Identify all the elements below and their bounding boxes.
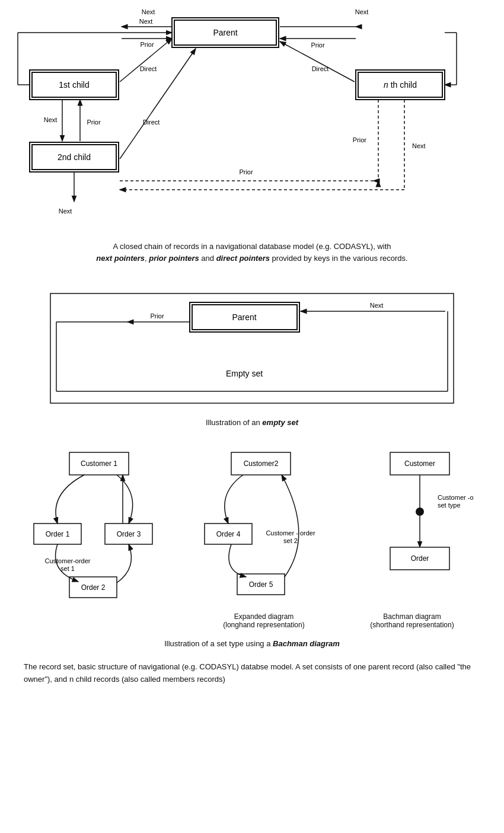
svg-text:set 2: set 2 [283,537,298,544]
svg-text:Direct: Direct [312,65,329,72]
part3-label: Bachman diagram(shorthand representation… [359,612,465,629]
diagram2-svg: Parent Next Prior Empty set [39,282,465,412]
diagram3-sub-labels: Expanded diagram(longhand representation… [12,612,492,629]
diagram3-row: Customer 1 Order 1 Order 3 Order 2 [12,446,492,612]
caption-bold-text2: prior pointers [149,254,199,263]
svg-text:Customer - order: Customer - order [266,529,315,537]
svg-text:Prior: Prior [150,312,164,320]
diagram2-section: Parent Next Prior Empty set Illustration… [12,282,492,429]
diagram1-svg: Parent 1st child 2nd child n th child Ne… [12,6,492,234]
svg-text:Prior: Prior [87,119,101,126]
svg-text:Order 3: Order 3 [116,530,141,538]
svg-point-80 [416,508,424,516]
svg-text:Customer2: Customer2 [244,459,279,468]
diagram3-svg3: Customer Order Customer -order set type [366,446,473,612]
svg-text:Next: Next [139,18,153,25]
empty-set-bold: empty set [262,418,298,427]
part2-label: Expanded diagram(longhand representation… [199,612,329,629]
svg-text:Direct: Direct [143,119,160,126]
diagram3-svg2: Customer2 Order 4 Order 5 Customer - ord… [199,446,329,612]
caption-bold-text: next pointers [96,254,145,263]
svg-text:n th child: n th child [384,80,417,90]
diagram1-caption: A closed chain of records in a navigatio… [44,241,460,264]
diagram3-part2: Customer2 Order 4 Order 5 Customer - ord… [199,446,329,612]
diagram3-section: Customer 1 Order 1 Order 3 Order 2 [12,446,492,650]
svg-text:Next: Next [370,302,384,309]
svg-text:Next: Next [44,116,58,123]
svg-text:Parent: Parent [232,312,256,322]
svg-text:Order 4: Order 4 [216,530,241,538]
svg-text:Customer -order: Customer -order [438,494,473,501]
svg-text:set 1: set 1 [60,565,75,572]
svg-text:Order 2: Order 2 [81,583,105,592]
svg-text:Next: Next [412,142,426,149]
svg-line-27 [120,49,196,159]
diagram3-caption: Illustration of a set type using a Bachm… [44,638,460,650]
svg-text:Direct: Direct [140,65,157,72]
caption-bold-text3: direct pointers [216,254,270,263]
svg-text:Prior: Prior [311,42,325,49]
svg-text:Next: Next [59,208,72,215]
diagram3-svg1: Customer 1 Order 1 Order 3 Order 2 [31,446,161,612]
svg-text:2nd child: 2nd child [58,152,91,162]
bachman-bold: Bachman diagram [273,639,340,648]
bottom-text: The record set, basic structure of navig… [24,661,480,686]
svg-text:Empty set: Empty set [226,369,263,378]
svg-text:Prior: Prior [239,168,253,175]
svg-text:set type: set type [438,502,461,509]
svg-text:Next: Next [142,8,155,15]
diagram2-caption: Illustration of an empty set [44,417,460,429]
svg-text:Prior: Prior [353,136,367,143]
diagram3-part3: Customer Order Customer -order set type [366,446,473,612]
svg-text:Next: Next [355,8,369,15]
diagram3-part1: Customer 1 Order 1 Order 3 Order 2 [31,446,161,612]
svg-text:1st child: 1st child [59,80,89,90]
svg-text:Customer-order: Customer-order [44,557,90,564]
diagram1-section: Parent 1st child 2nd child n th child Ne… [12,6,492,264]
part1-label [39,612,169,629]
svg-text:Order 5: Order 5 [249,580,273,589]
svg-text:Order: Order [411,554,429,563]
svg-text:Prior: Prior [140,41,154,48]
svg-text:Customer: Customer [404,459,435,468]
svg-text:Parent: Parent [213,28,237,37]
svg-text:Customer 1: Customer 1 [81,459,117,468]
svg-text:Order 1: Order 1 [45,530,69,538]
